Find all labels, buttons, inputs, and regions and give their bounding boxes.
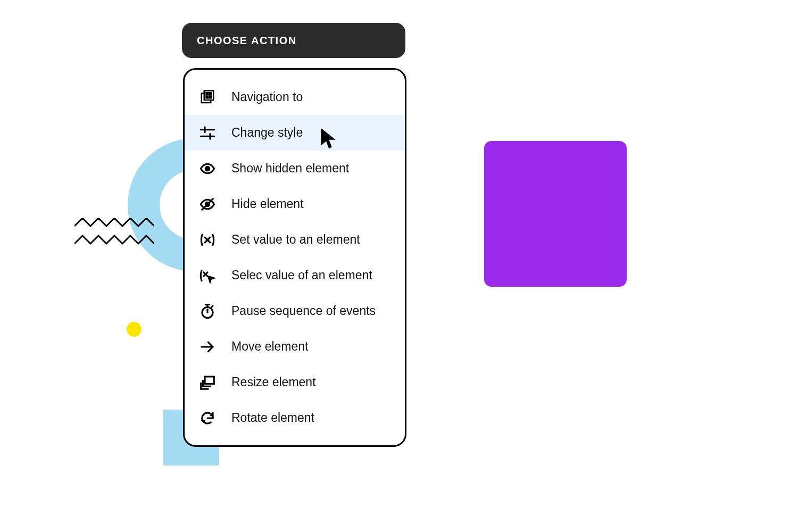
menu-item-label: Rotate element: [231, 411, 314, 425]
rotate-icon: [198, 409, 217, 427]
menu-item-change-style[interactable]: Change style: [185, 115, 405, 151]
header-title: CHOOSE ACTION: [197, 35, 297, 47]
menu-item-label: Change style: [231, 126, 303, 140]
menu-item-show-hidden-element[interactable]: Show hidden element: [185, 151, 405, 186]
menu-item-label: Hide element: [231, 197, 304, 211]
select-value-icon: [198, 267, 217, 285]
menu-item-resize-element[interactable]: Resize element: [185, 364, 405, 400]
svg-point-10: [205, 167, 210, 171]
timer-icon: [198, 302, 217, 320]
menu-item-label: Show hidden element: [231, 161, 349, 176]
decorative-zigzag: [74, 218, 154, 250]
decorative-yellow-dot: [127, 322, 142, 337]
sliders-icon: [198, 124, 217, 142]
menu-item-move-element[interactable]: Move element: [185, 329, 405, 364]
menu-item-rotate-element[interactable]: Rotate element: [185, 400, 405, 436]
eye-icon: [198, 160, 217, 178]
menu-item-select-value[interactable]: Selec value of an element: [185, 257, 405, 293]
menu-item-label: Set value to an element: [231, 232, 360, 247]
menu-item-label: Resize element: [231, 375, 316, 389]
svg-rect-23: [205, 376, 214, 384]
svg-rect-4: [206, 96, 209, 98]
svg-rect-3: [210, 93, 212, 95]
menu-item-label: Selec value of an element: [231, 268, 372, 282]
arrow-right-icon: [198, 338, 217, 356]
menu-item-hide-element[interactable]: Hide element: [185, 186, 405, 222]
set-value-icon: [198, 231, 217, 249]
svg-rect-5: [210, 96, 212, 98]
mouse-cursor: [319, 127, 337, 150]
action-menu: Navigation to Change style Show hidden e…: [183, 68, 406, 447]
navigation-icon: [198, 88, 217, 106]
decorative-purple-square: [484, 141, 627, 287]
svg-line-21: [212, 306, 213, 307]
menu-item-pause-sequence[interactable]: Pause sequence of events: [185, 293, 405, 329]
menu-item-set-value[interactable]: Set value to an element: [185, 222, 405, 257]
menu-item-navigation-to[interactable]: Navigation to: [185, 79, 405, 115]
choose-action-header: CHOOSE ACTION: [182, 23, 405, 58]
resize-icon: [198, 373, 217, 392]
menu-item-label: Pause sequence of events: [231, 304, 376, 318]
svg-rect-2: [206, 93, 209, 95]
menu-item-label: Move element: [231, 339, 308, 354]
eye-off-icon: [198, 195, 217, 213]
menu-item-label: Navigation to: [231, 90, 303, 104]
